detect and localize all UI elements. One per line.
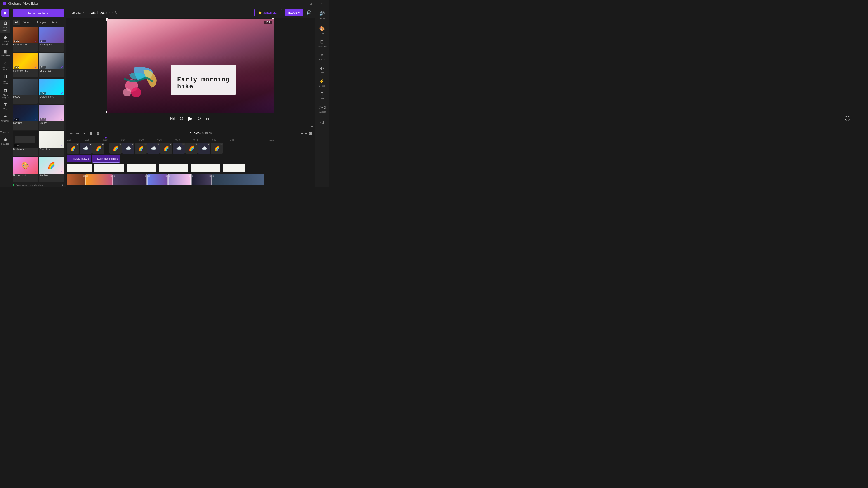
sidebar-item-transitions[interactable]: ↔ Transitions — [0, 124, 10, 135]
undo-button[interactable]: ↩ — [69, 130, 73, 136]
sidebar-item-stock-video[interactable]: 🎞 Stock video — [0, 73, 10, 87]
zoom-out-button[interactable]: − — [305, 131, 307, 135]
sticker-delete-13[interactable]: ✕ — [220, 143, 223, 145]
right-panel-transition[interactable]: ▷◁ Transition — [316, 103, 329, 115]
video-clip-people[interactable]: ⊡ ⊡ — [113, 174, 147, 186]
video-clip-sky[interactable]: ⊡ ⊡ — [168, 174, 191, 186]
right-panel-fade[interactable]: ◐ Fade — [316, 64, 329, 76]
sticker-clip-5[interactable]: 🌈✕ — [110, 143, 122, 154]
media-item-sunrise[interactable]: 3:45 ✓ Sunrise on th... — [13, 53, 38, 78]
sticker-clip-4[interactable] — [105, 143, 109, 154]
sidebar-label-music: Music & SFX — [1, 66, 10, 71]
media-item-beach[interactable]: 0:35 ✓ Beach at dusk — [13, 27, 38, 52]
sticker-delete-7[interactable]: ✕ — [144, 143, 147, 145]
text-clip-hike[interactable]: T Early morning hike — [92, 155, 120, 162]
right-panel-collapse[interactable]: ◁ — [316, 118, 329, 127]
sticker-delete-6[interactable]: ✕ — [131, 143, 134, 145]
sidebar-item-templates[interactable]: ▦ Templates — [0, 48, 10, 59]
sticker-delete-5[interactable]: ✕ — [119, 143, 121, 145]
tab-all[interactable]: All — [13, 20, 20, 25]
sticker-clip-3[interactable]: 🌈✕ — [92, 143, 104, 154]
sticker-delete-1[interactable]: ✕ — [76, 143, 79, 145]
minimize-button[interactable]: ─ — [295, 0, 306, 7]
right-panel-color[interactable]: 🎨 Color — [316, 24, 329, 36]
overlay-clip-6[interactable] — [223, 164, 246, 172]
collapse-timeline-button[interactable]: ▾ — [311, 125, 313, 129]
right-panel-transform[interactable]: ⊡ Transform — [316, 37, 329, 50]
sidebar-item-stock-images[interactable]: 🖼 Stock images — [0, 87, 10, 100]
media-item-fast[interactable]: 1:41 ✓ Fast lane — [13, 105, 38, 130]
sticker-delete-12[interactable]: ✕ — [208, 143, 210, 145]
sidebar-item-graphics[interactable]: ✦ Graphics — [0, 113, 10, 124]
sidebar-item-music[interactable]: ♫ Music & SFX — [0, 59, 10, 72]
skip-forward-button[interactable]: ⏭ — [206, 116, 211, 122]
sticker-delete-10[interactable]: ✕ — [182, 143, 185, 145]
switch-plan-button[interactable]: ⭐ Switch plan — [254, 9, 282, 17]
sticker-clip-10[interactable]: ☁️✕ — [173, 143, 185, 154]
overlay-clip-1[interactable] — [67, 164, 92, 172]
sticker-clip-6[interactable]: ☁️✕ — [122, 143, 134, 154]
sidebar-item-record-create[interactable]: ⏺ Record& create — [0, 34, 10, 47]
tab-videos[interactable]: Videos — [21, 20, 34, 25]
project-menu-icon[interactable]: ⋯ — [109, 10, 113, 15]
media-item-organic[interactable]: 🎨 ✓ Organic paste... — [13, 157, 38, 182]
tab-images[interactable]: Images — [35, 20, 48, 25]
sticker-clip-13[interactable]: 🌈✕ — [211, 143, 223, 154]
right-panel-audio[interactable]: 🔊 Audio — [316, 9, 329, 21]
audio-icon[interactable]: 🔊 — [306, 10, 311, 15]
media-item-cloudy[interactable]: 2:14 ✓ Cloudy... — [39, 105, 64, 130]
right-panel-speed[interactable]: ⚡ Speed — [316, 76, 329, 89]
video-clip-car[interactable]: ⊡ ⊡ — [147, 174, 168, 186]
media-item-destination[interactable]: 3:34 Destination... — [13, 131, 38, 156]
export-button[interactable]: Export ▾ — [285, 9, 303, 17]
sticker-delete-11[interactable]: ✕ — [195, 143, 197, 145]
sticker-clip-9[interactable]: 🌈✕ — [160, 143, 172, 154]
sticker-clip-11[interactable]: 🌈✕ — [185, 143, 197, 154]
overlay-clip-4[interactable] — [159, 164, 188, 172]
maximize-button[interactable]: □ — [306, 0, 316, 7]
sticker-delete-3[interactable]: ✕ — [102, 143, 104, 145]
video-clip-sunset[interactable]: ⊡ ⊡ — [86, 174, 113, 186]
video-clip-more[interactable]: ⊡ — [212, 174, 264, 186]
sticker-clip-1[interactable]: 🌈✕ — [67, 143, 79, 154]
cut-button[interactable]: ✂ — [82, 130, 87, 136]
rewind-button[interactable]: ↺ — [180, 116, 184, 122]
media-item-foggy[interactable]: Foggy... — [13, 79, 38, 104]
sticker-delete-2[interactable]: ✕ — [89, 143, 92, 145]
media-item-paper[interactable]: ✓ Paper tear — [39, 131, 64, 156]
timeline-tracks[interactable]: 0:00 0:05 0:10 0:15 0:20 0:25 0:30 0:35 … — [66, 137, 315, 187]
overlay-clip-2[interactable] — [94, 164, 124, 172]
media-item-road[interactable]: 0:16 ✓ On the road — [39, 53, 64, 78]
zoom-in-button[interactable]: + — [301, 131, 303, 135]
sticker-clip-7[interactable]: 🌈✕ — [135, 143, 147, 154]
sidebar-item-text[interactable]: T Text — [0, 101, 10, 112]
close-button[interactable]: ✕ — [316, 0, 327, 7]
redo-button[interactable]: ↪ — [75, 130, 80, 136]
overlay-clip-5[interactable] — [191, 164, 220, 172]
right-panel-filters[interactable]: ✧ Filters — [316, 51, 329, 63]
sticker-clip-2[interactable]: ☁️✕ — [80, 143, 92, 154]
video-clip-sky2[interactable]: ⊡ ⊡ — [191, 174, 212, 186]
backup-collapse[interactable]: ▲ — [61, 184, 64, 187]
tab-audio[interactable]: Audio — [49, 20, 61, 25]
play-button[interactable]: ▶ — [188, 115, 193, 122]
import-media-button[interactable]: Import media ▾ — [13, 9, 64, 17]
media-item-boarding[interactable]: 0:18 ✓ Boarding the... — [39, 27, 64, 52]
sticker-delete-8[interactable]: ✕ — [157, 143, 159, 145]
media-item-exploring[interactable]: 1:53 ✓ Exploring the... — [39, 79, 64, 104]
fit-view-button[interactable]: ⊡ — [309, 131, 312, 135]
fast-forward-button[interactable]: ↻ — [197, 116, 201, 122]
delete-button[interactable]: 🗑 — [88, 131, 94, 136]
overlay-clip-3[interactable] — [127, 164, 156, 172]
video-clip-beach[interactable]: ⊡ — [67, 174, 85, 186]
sticker-delete-9[interactable]: ✕ — [169, 143, 172, 145]
sticker-clip-12[interactable]: ☁️✕ — [198, 143, 210, 154]
media-item-rainbow[interactable]: 🌈 ✓ Rainbow — [39, 157, 64, 182]
sidebar-item-brand[interactable]: ◈ Brand kit — [0, 136, 10, 147]
text-clip-travels[interactable]: T Travels in 2022 — [67, 155, 91, 162]
sticker-clip-8[interactable]: ☁️✕ — [147, 143, 160, 154]
right-panel-text[interactable]: T Text — [316, 90, 329, 102]
skip-back-button[interactable]: ⏮ — [170, 116, 175, 122]
sidebar-item-your-media[interactable]: 🖼 Your media — [0, 20, 10, 33]
insert-button[interactable]: ⊞ — [96, 130, 100, 136]
